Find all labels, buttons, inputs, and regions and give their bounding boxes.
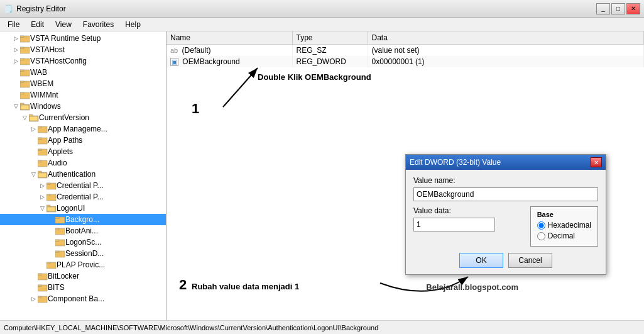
svg-rect-21 bbox=[38, 138, 41, 140]
tree-item-audio[interactable]: ▷ Audio bbox=[0, 157, 166, 169]
tree-item-applets[interactable]: ▷ Applets bbox=[0, 146, 166, 157]
status-text: Computer\HKEY_LOCAL_MACHINE\SOFTWARE\Mic… bbox=[4, 324, 378, 331]
expand-icon: ▷ bbox=[38, 192, 46, 201]
tree-item-componentba[interactable]: ▷ Component Ba... bbox=[0, 293, 166, 304]
tree-item-wbem[interactable]: ▷ WBEM bbox=[0, 78, 166, 89]
folder-icon bbox=[55, 226, 65, 235]
svg-rect-41 bbox=[55, 240, 59, 242]
svg-rect-34 bbox=[46, 205, 50, 207]
tree-label: App Paths bbox=[48, 136, 82, 145]
folder-icon bbox=[38, 125, 48, 133]
table-row[interactable]: ab (Default) REG_SZ (value not set) bbox=[166, 44, 644, 56]
tree-item-logonsc[interactable]: ▷ LogonSc... bbox=[0, 237, 166, 248]
folder-icon bbox=[20, 45, 30, 54]
expand-icon: ▷ bbox=[11, 34, 20, 43]
tree-item-sessiond[interactable]: ▷ SessionD... bbox=[0, 248, 166, 259]
menu-file[interactable]: File bbox=[3, 19, 25, 30]
tree-label: WBEM bbox=[30, 79, 53, 88]
reg-name: ▣ OEMBackground bbox=[166, 56, 292, 67]
folder-icon bbox=[38, 294, 48, 303]
tree-label: VSTAHostConfig bbox=[30, 57, 87, 65]
hexadecimal-radio[interactable] bbox=[537, 221, 545, 230]
svg-rect-9 bbox=[20, 81, 24, 83]
tree-item-currentversion[interactable]: ▽ CurrentVersion bbox=[0, 112, 166, 123]
svg-rect-5 bbox=[20, 58, 24, 60]
tree-label: Component Ba... bbox=[48, 294, 104, 303]
tree-item-plap[interactable]: ▷ PLAP Provic... bbox=[0, 259, 166, 270]
folder-icon bbox=[38, 272, 48, 281]
folder-icon bbox=[55, 215, 65, 224]
tree-label: VSTA Runtime Setup bbox=[30, 34, 101, 43]
col-data: Data bbox=[368, 31, 644, 44]
cancel-button[interactable]: Cancel bbox=[508, 253, 552, 268]
tree-item-bitlocker[interactable]: ▷ BitLocker bbox=[0, 270, 166, 282]
folder-icon bbox=[38, 136, 48, 145]
menu-edit[interactable]: Edit bbox=[26, 19, 49, 30]
dialog-title: Edit DWORD (32-bit) Value bbox=[410, 158, 501, 167]
folder-icon bbox=[55, 238, 65, 247]
tree-panel[interactable]: ▷ VSTA Runtime Setup ▷ VSTAHost ▷ VSTAHo… bbox=[0, 31, 166, 320]
tree-label: LogonUI bbox=[57, 204, 85, 213]
dialog-close-button[interactable]: ✕ bbox=[591, 157, 602, 167]
tree-item-wab[interactable]: ▷ WAB bbox=[0, 67, 166, 78]
tree-item-background[interactable]: ▷ Backgro... bbox=[0, 214, 166, 225]
tree-label: BITS bbox=[48, 283, 65, 292]
tree-item-bits[interactable]: ▷ BITS bbox=[0, 282, 166, 293]
app-icon: 🗒️ bbox=[4, 4, 13, 13]
tree-label: Audio bbox=[48, 159, 67, 167]
tree-item-authentication[interactable]: ▽ Authentication bbox=[0, 169, 166, 180]
close-button[interactable]: ✕ bbox=[626, 3, 640, 14]
svg-rect-28 bbox=[38, 173, 46, 177]
folder-icon bbox=[20, 79, 30, 88]
value-name-input[interactable] bbox=[413, 187, 598, 201]
tree-item-windows[interactable]: ▽ Windows bbox=[0, 101, 166, 112]
folder-icon-open bbox=[38, 170, 48, 179]
value-data-label: Value data: bbox=[413, 206, 524, 215]
col-name: Name bbox=[166, 31, 292, 44]
reg-data: (value not set) bbox=[368, 44, 644, 56]
menu-help[interactable]: Help bbox=[120, 19, 146, 30]
folder-icon bbox=[38, 159, 48, 167]
svg-rect-43 bbox=[55, 251, 59, 253]
folder-icon-open bbox=[20, 102, 30, 111]
svg-rect-37 bbox=[55, 217, 59, 219]
folder-icon bbox=[20, 34, 30, 43]
title-text: Registry Editor bbox=[16, 4, 66, 13]
svg-rect-51 bbox=[38, 296, 41, 298]
tree-item-bootani[interactable]: ▷ BootAni... bbox=[0, 225, 166, 237]
maximize-button[interactable]: □ bbox=[611, 3, 625, 14]
menu-view[interactable]: View bbox=[50, 19, 77, 30]
tree-label: CurrentVersion bbox=[39, 113, 89, 122]
annotation-text-2: Rubah value data menjadi 1 bbox=[192, 282, 299, 291]
base-section: Base Hexadecimal Decimal bbox=[530, 206, 598, 247]
tree-item-vstahostconfig[interactable]: ▷ VSTAHostConfig bbox=[0, 55, 166, 67]
value-data-input[interactable] bbox=[413, 218, 495, 231]
expand-icon: ▷ bbox=[11, 45, 20, 54]
expand-icon: ▽ bbox=[38, 204, 46, 213]
tree-label: Windows bbox=[30, 102, 61, 111]
table-row[interactable]: ▣ OEMBackground REG_DWORD 0x00000001 (1) bbox=[166, 56, 644, 67]
folder-icon bbox=[38, 147, 48, 156]
tree-item-vsta-runtime[interactable]: ▷ VSTA Runtime Setup bbox=[0, 33, 166, 44]
tree-item-credp1[interactable]: ▷ Credential P... bbox=[0, 180, 166, 191]
tree-item-appmanage[interactable]: ▷ App Manageme... bbox=[0, 123, 166, 135]
svg-rect-39 bbox=[55, 228, 59, 230]
ok-button[interactable]: OK bbox=[459, 253, 503, 268]
folder-icon-open bbox=[29, 113, 39, 122]
title-left: 🗒️ Registry Editor bbox=[4, 4, 66, 13]
tree-item-credp2[interactable]: ▷ Credential P... bbox=[0, 191, 166, 203]
tree-item-wimmnt[interactable]: ▷ WIMMnt bbox=[0, 89, 166, 101]
hexadecimal-label: Hexadecimal bbox=[548, 221, 591, 230]
tree-item-apppaths[interactable]: ▷ App Paths bbox=[0, 135, 166, 146]
svg-rect-1 bbox=[20, 36, 24, 38]
title-controls: _ □ ✕ bbox=[596, 3, 640, 14]
status-bar: Computer\HKEY_LOCAL_MACHINE\SOFTWARE\Mic… bbox=[0, 320, 644, 334]
menu-favorites[interactable]: Favorites bbox=[78, 19, 119, 30]
reg-data: 0x00000001 (1) bbox=[368, 56, 644, 67]
tree-item-vstahost[interactable]: ▷ VSTAHost bbox=[0, 44, 166, 55]
decimal-radio[interactable] bbox=[537, 232, 545, 240]
tree-label: BootAni... bbox=[65, 226, 98, 235]
tree-label: Authentication bbox=[48, 170, 96, 179]
minimize-button[interactable]: _ bbox=[596, 3, 610, 14]
tree-item-logonui[interactable]: ▽ LogonUI bbox=[0, 203, 166, 214]
